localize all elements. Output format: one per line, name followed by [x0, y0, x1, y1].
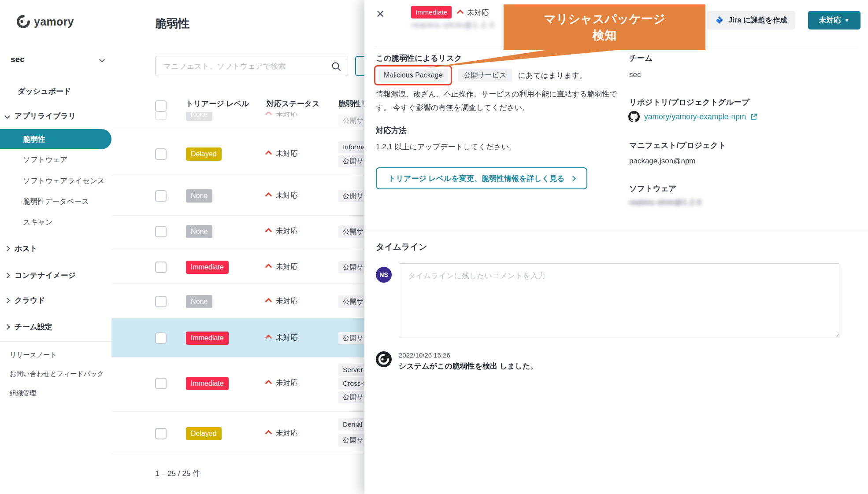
row-checkbox[interactable]: [155, 296, 167, 307]
malicious-package-callout: マリシャスパッケージ 検知: [504, 4, 705, 50]
applies-text: にあてはまります。: [518, 70, 587, 81]
remediation-heading: 対応方法: [376, 125, 407, 136]
chevron-down-icon: [99, 57, 105, 63]
search-input[interactable]: [163, 56, 323, 77]
brand-name: yamory: [34, 15, 74, 28]
triage-badge: Immediate: [186, 377, 229, 390]
caret-up-icon: [265, 380, 272, 387]
page-title: 脆弱性: [155, 16, 189, 31]
select-all-checkbox[interactable]: [155, 100, 167, 112]
repo-link[interactable]: yamory/yamory-example-npm: [644, 112, 746, 122]
manifest-label: マニフェスト/プロジェクト: [629, 140, 726, 151]
create-jira-issue-button[interactable]: Jira に課題を作成: [707, 11, 795, 29]
software-value-redacted: realms-shim@1.2.0: [629, 198, 702, 207]
panel-divider: [364, 231, 868, 231]
yamory-logo-icon: [17, 15, 30, 28]
sidebar-item-app-library[interactable]: アプリライブラリ: [5, 111, 76, 121]
chevron-right-icon: [4, 273, 10, 278]
caret-up-icon: [457, 9, 464, 16]
sidebar-divider: [0, 341, 111, 342]
status-cell[interactable]: 未対応: [266, 428, 298, 438]
row-checkbox[interactable]: [155, 378, 167, 389]
close-icon[interactable]: ✕: [376, 9, 385, 19]
chevron-down-icon: ▼: [844, 17, 849, 23]
jira-icon: [715, 16, 724, 25]
triage-badge: Immediate: [186, 261, 229, 274]
status-cell[interactable]: 未対応: [266, 191, 298, 200]
row-checkbox[interactable]: [155, 428, 167, 439]
team-value: sec: [629, 70, 641, 79]
team-selector[interactable]: sec: [11, 55, 104, 64]
remediation-text: 1.2.1 以上にアップデートしてください。: [376, 142, 516, 152]
caret-up-icon: [265, 334, 272, 341]
vulnerability-detail-panel: ✕ Immediate 未対応 realms-shim@1.2.0 この脆弱性に…: [364, 0, 868, 494]
sidebar-item-vulnerabilities-active[interactable]: 脆弱性: [0, 129, 111, 149]
row-checkbox[interactable]: [155, 148, 167, 160]
external-link-icon: [750, 113, 757, 120]
sidebar-item-software[interactable]: ソフトウェア: [23, 155, 67, 165]
caret-up-icon: [265, 263, 272, 270]
caret-up-icon: [265, 430, 272, 437]
row-checkbox[interactable]: [155, 262, 167, 273]
caret-up-icon: [265, 192, 272, 199]
status-cell[interactable]: 未対応: [266, 149, 298, 159]
software-label: ソフトウェア: [629, 183, 676, 194]
row-checkbox[interactable]: [155, 332, 167, 344]
chevron-right-icon: [4, 246, 10, 251]
status-cell[interactable]: 未対応: [266, 296, 298, 306]
timeline-entry-date: 2022/10/26 15:26: [399, 351, 450, 359]
sidebar-item-team-settings[interactable]: チーム設定: [5, 322, 52, 332]
chevron-down-icon: [4, 113, 10, 119]
status-cell[interactable]: 未対応: [266, 226, 298, 236]
risk-tag-public-service[interactable]: 公開サービス: [458, 69, 512, 82]
status-cell[interactable]: 未対応: [266, 262, 298, 272]
row-checkbox[interactable]: [155, 190, 167, 202]
panel-status: 未対応: [458, 8, 489, 18]
timeline-heading: タイムライン: [376, 241, 427, 253]
panel-triage-badge: Immediate: [411, 6, 452, 18]
search-box: [155, 56, 348, 76]
table-header: トリアージ レベル 対応ステータス 脆弱性リスク: [111, 84, 364, 112]
sidebar-item-release-notes[interactable]: リリースノート: [10, 351, 57, 359]
panel-title-redacted: realms-shim@1.2.0: [411, 21, 495, 30]
chevron-right-icon: [4, 324, 10, 330]
triage-badge: None: [186, 225, 212, 238]
caret-up-icon: [265, 150, 272, 157]
status-cell[interactable]: 未対応: [266, 333, 298, 343]
comment-box: [399, 263, 839, 340]
triage-badge: None: [186, 295, 212, 308]
sidebar-item-cloud[interactable]: クラウド: [5, 295, 45, 306]
status-dropdown-button[interactable]: 未対応 ▼: [808, 11, 861, 29]
sidebar-item-contact-feedback[interactable]: お問い合わせとフィードバック: [10, 370, 104, 378]
callout-tail: [427, 49, 626, 69]
search-icon[interactable]: [331, 61, 341, 74]
repo-row: yamory/yamory-example-npm: [628, 111, 757, 122]
user-avatar: NS: [376, 267, 392, 283]
comment-input[interactable]: [399, 263, 839, 338]
column-status: 対応ステータス: [267, 99, 320, 109]
change-triage-button[interactable]: トリアージ レベルを変更、脆弱性情報を詳しく見る: [376, 167, 587, 189]
triage-badge: Delayed: [186, 147, 222, 161]
sidebar-item-dashboard[interactable]: ダッシュボード: [18, 86, 71, 96]
github-icon: [628, 111, 640, 122]
risk-description: 情報漏洩、改ざん、不正操作、サービスの利用不能に直結する脆弱性です。 今すぐ影響…: [376, 87, 625, 114]
repo-label: リポジトリ/プロジェクトグループ: [629, 97, 749, 107]
timeline-entry-text: システムがこの脆弱性を検出 しました。: [399, 361, 538, 371]
row-checkbox[interactable]: [155, 226, 167, 237]
sidebar-item-scan[interactable]: スキャン: [23, 218, 53, 227]
sidebar-item-vuln-database[interactable]: 脆弱性データベース: [23, 197, 89, 206]
team-selector-label: sec: [11, 55, 25, 64]
risk-tag-malicious-package[interactable]: Malicious Package: [378, 69, 448, 82]
sidebar-item-org-management[interactable]: 組織管理: [10, 389, 36, 398]
team-label: チーム: [629, 53, 653, 63]
caret-up-icon: [265, 298, 272, 305]
app-root: yamory sec ダッシュボード アプリライブラリ 脆弱性 ソフトウェア ソ…: [0, 0, 868, 494]
sidebar-item-software-license[interactable]: ソフトウェアライセンス: [23, 176, 105, 186]
status-cell[interactable]: 未対応: [266, 378, 298, 388]
yamory-logo[interactable]: yamory: [17, 15, 74, 28]
column-triage-level: トリアージ レベル: [186, 99, 249, 109]
pagination-label: 1 – 25 / 25 件: [155, 468, 200, 479]
sidebar-item-host[interactable]: ホスト: [5, 243, 37, 254]
sidebar-item-container-image[interactable]: コンテナイメージ: [5, 270, 76, 280]
triage-badge: None: [186, 189, 212, 203]
